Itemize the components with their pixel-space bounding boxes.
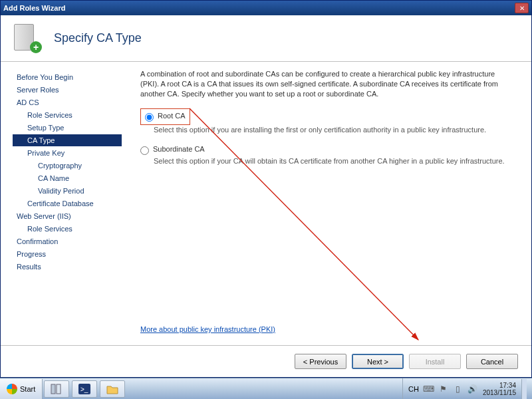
subordinate-ca-radio[interactable] <box>140 146 149 155</box>
root-ca-label: Root CA <box>158 112 186 120</box>
nav-ad-cs[interactable]: AD CS <box>13 96 122 108</box>
nav-web-server-iis[interactable]: Web Server (IIS) <box>13 210 122 222</box>
system-tray: CH ⌨ ⚑ ▯ 🔊 17:34 2013/11/15 <box>402 378 532 400</box>
wizard-window: Add Roles Wizard ✕ + Specify CA Type Bef… <box>0 0 532 378</box>
nav-results[interactable]: Results <box>13 261 122 273</box>
nav-confirmation[interactable]: Confirmation <box>13 235 122 247</box>
show-desktop-button[interactable] <box>521 379 527 399</box>
subordinate-ca-desc: Select this option if your CA will obtai… <box>154 156 511 166</box>
nav-role-services[interactable]: Role Services <box>13 109 122 121</box>
ca-type-group: Root CA Select this option if you are in… <box>140 108 511 167</box>
content-pane: A combination of root and subordinate CA… <box>127 63 531 345</box>
keyboard-icon[interactable]: ⌨ <box>424 384 434 394</box>
server-icon: + <box>13 24 42 53</box>
titlebar: Add Roles Wizard ✕ <box>1 1 531 15</box>
flag-icon[interactable]: ⚑ <box>439 384 448 394</box>
nav-before-you-begin[interactable]: Before You Begin <box>13 71 122 83</box>
nav-role-services-iis[interactable]: Role Services <box>13 223 122 235</box>
more-info-link[interactable]: More about public key infrastructure (PK… <box>140 325 275 333</box>
windows-orb-icon <box>7 384 17 394</box>
wizard-nav: Before You Begin Server Roles AD CS Role… <box>1 63 127 345</box>
root-ca-highlight: Root CA <box>140 108 190 125</box>
button-row: < Previous Next > Install Cancel <box>1 345 531 377</box>
clock[interactable]: 17:34 2013/11/15 <box>483 382 516 396</box>
nav-progress[interactable]: Progress <box>13 248 122 260</box>
nav-ca-type[interactable]: CA Type <box>13 134 122 146</box>
network-icon[interactable]: ▯ <box>454 384 463 394</box>
taskbar-explorer-icon[interactable] <box>100 380 125 398</box>
cancel-button[interactable]: Cancel <box>466 354 518 369</box>
subordinate-ca-label: Subordinate CA <box>153 145 205 153</box>
nav-validity-period[interactable]: Validity Period <box>13 185 122 197</box>
svg-rect-1 <box>51 384 55 394</box>
taskbar: Start >_ CH ⌨ ⚑ ▯ 🔊 17:34 2013/11/15 <box>0 378 532 399</box>
root-ca-desc: Select this option if you are installing… <box>154 125 511 135</box>
svg-rect-2 <box>57 384 61 394</box>
nav-server-roles[interactable]: Server Roles <box>13 84 122 96</box>
clock-time: 17:34 <box>483 382 516 389</box>
previous-button[interactable]: < Previous <box>295 354 346 369</box>
description-text: A combination of root and subordinate CA… <box>140 69 511 99</box>
sound-icon[interactable]: 🔊 <box>468 384 477 394</box>
nav-setup-type[interactable]: Setup Type <box>13 122 122 134</box>
nav-certificate-database[interactable]: Certificate Database <box>13 198 122 209</box>
install-button[interactable]: Install <box>409 354 461 369</box>
page-title: Specify CA Type <box>54 31 142 45</box>
start-label: Start <box>20 385 35 393</box>
nav-private-key[interactable]: Private Key <box>13 147 122 159</box>
taskbar-powershell-icon[interactable]: >_ <box>72 380 97 398</box>
start-button[interactable]: Start <box>0 379 43 399</box>
nav-ca-name[interactable]: CA Name <box>13 172 122 184</box>
root-ca-radio[interactable] <box>145 113 154 122</box>
next-button[interactable]: Next > <box>352 354 404 369</box>
taskbar-server-manager-icon[interactable] <box>44 380 69 398</box>
close-button[interactable]: ✕ <box>515 3 529 13</box>
svg-text:>_: >_ <box>80 386 88 393</box>
ime-indicator[interactable]: CH <box>408 385 419 393</box>
wizard-header: + Specify CA Type <box>1 15 531 62</box>
clock-date: 2013/11/15 <box>483 389 516 396</box>
nav-cryptography[interactable]: Cryptography <box>13 160 122 172</box>
window-title: Add Roles Wizard <box>3 4 515 12</box>
